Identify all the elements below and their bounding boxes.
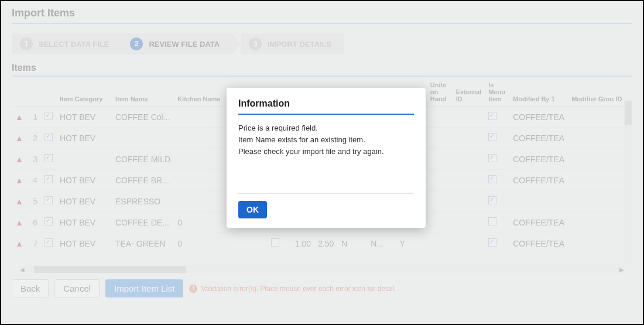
col-item-category[interactable]: Item Category [56,80,112,107]
cell-kitchen-name: 0 [174,233,238,254]
warning-icon[interactable]: ▲ [15,239,23,248]
cell-item-name [112,128,174,149]
cell-item-name: ESPRESSO [112,191,174,212]
cell-item-name: COFFEE MILD [112,149,174,170]
is-menu-item-checkbox[interactable] [488,133,496,141]
col-units-on-hand[interactable]: Units on Hand [427,80,453,107]
scroll-left-icon[interactable]: ◀ [19,266,26,273]
scrollbar-thumb[interactable] [34,266,186,273]
dialog-title: Information [238,98,414,115]
is-menu-item-checkbox[interactable] [488,154,496,162]
validation-error-message: ! Validation error(s). Place mouse over … [189,285,396,293]
row-checkbox[interactable] [44,196,53,204]
error-icon: ! [189,285,197,293]
dialog-body: Price is a required field. Item Name exi… [238,123,414,193]
row-number: 5 [27,191,41,212]
row-checkbox[interactable] [44,112,53,120]
cell-value: 1.00 [291,233,314,254]
cell-item-category: HOT BEV [56,128,112,149]
wizard-steps: 1 SELECT DATA FILE 2 REVIEW FILE DATA 3 … [12,33,632,54]
cell-modified-by-1: COFFEE/TEA [509,212,568,233]
vertical-scrollbar[interactable] [624,100,632,264]
scroll-right-icon[interactable]: ▶ [618,266,625,273]
row-checkbox[interactable] [44,175,53,183]
cell-item-name: COFFEE BR... [112,170,174,191]
row-checkbox[interactable] [44,217,53,225]
cell-item-category: HOT BEV [56,233,112,254]
is-menu-item-checkbox[interactable] [488,112,496,120]
cell-item-name: COFFEE DE... [112,212,174,233]
step-number-icon: 1 [20,37,33,50]
is-menu-item-checkbox[interactable] [488,175,496,183]
cell-item-category: HOT BEV [56,107,112,128]
section-title-items: Items [12,63,632,77]
cell-sold-by: N [338,233,367,254]
warning-icon[interactable]: ▲ [15,155,23,164]
page-title: Import Items [12,1,632,24]
cell-pos-active: Y [396,233,426,254]
dialog-message-line: Please check your import file and try ag… [238,146,414,158]
cancel-button[interactable]: Cancel [54,279,100,297]
warning-icon[interactable]: ▲ [15,218,23,227]
row-number: 1 [27,107,41,128]
validation-error-text: Validation error(s). Place mouse over ea… [201,285,396,293]
row-checkbox[interactable] [44,133,53,141]
is-menu-item-checkbox[interactable] [488,196,496,204]
warning-icon[interactable]: ▲ [15,134,23,143]
wizard-step-2[interactable]: 2 REVIEW FILE DATA [122,33,232,54]
warning-icon[interactable]: ▲ [15,176,23,185]
cell-item-name: TEA- GREEN [112,233,174,254]
warning-icon[interactable]: ▲ [15,197,23,206]
cell-item-category: HOT BEV [56,212,112,233]
col-external-id[interactable]: External ID [453,80,485,107]
back-button[interactable]: Back [12,279,49,297]
wizard-step-label: IMPORT DETAILS [268,40,331,49]
warning-icon[interactable]: ▲ [15,112,23,122]
cell-modified-by-1: COFFEE/TEA [509,233,568,254]
row-checkbox[interactable] [44,154,53,162]
cell-modified-by-1: COFFEE/TEA [509,149,568,170]
cell-modified-by-1 [509,191,568,212]
cell-tax-catego: N... [367,233,396,254]
row-number: 2 [27,128,41,149]
cell-modified-by-1: COFFEE/TEA [509,107,568,128]
row-checkbox[interactable] [44,238,53,247]
col-modified-by-1[interactable]: Modified By 1 [509,80,568,107]
information-dialog: Information Price is a required field. I… [227,88,426,228]
row-number: 3 [27,149,41,170]
cell-modified-by-1: COFFEE/TEA [509,128,568,149]
col-modifier-group-id[interactable]: Modifier Grou ID [568,80,632,107]
chevron-right-icon [232,33,241,54]
cell-checkbox[interactable] [271,238,279,247]
is-menu-item-checkbox[interactable] [488,238,496,247]
is-menu-item-checkbox[interactable] [488,217,496,225]
cell-value: 2.50 [314,233,338,254]
wizard-step-3[interactable]: 3 IMPORT DETAILS [241,33,344,54]
row-number: 7 [27,233,41,254]
horizontal-scrollbar[interactable]: ◀ ▶ [19,265,625,273]
dialog-message-line: Price is a required field. [238,123,414,134]
col-is-menu-item[interactable]: Is Menu Item [485,80,509,107]
step-number-icon: 2 [130,37,143,50]
cell-item-category: HOT BEV [56,191,112,212]
cell-item-category: HOT BEV [56,170,112,191]
cell-modified-by-1: COFFEE/TEA [509,170,568,191]
col-item-name[interactable]: Item Name [112,80,174,107]
ok-button[interactable]: OK [238,201,267,218]
wizard-step-label: REVIEW FILE DATA [149,40,220,49]
wizard-step-label: SELECT DATA FILE [39,40,109,49]
row-number: 6 [27,212,41,233]
dialog-message-line: Item Name exists for an existing item. [238,135,414,146]
wizard-step-1[interactable]: 1 SELECT DATA FILE [12,33,122,54]
cell-item-name: COFFEE Col... [112,107,174,128]
table-row[interactable]: ▲7HOT BEVTEA- GREEN01.002.50NN...YCOFFEE… [12,233,632,254]
step-number-icon: 3 [249,37,262,50]
row-number: 4 [27,170,41,191]
import-item-list-button[interactable]: Import Item List [105,279,183,297]
cell-item-category [56,149,112,170]
